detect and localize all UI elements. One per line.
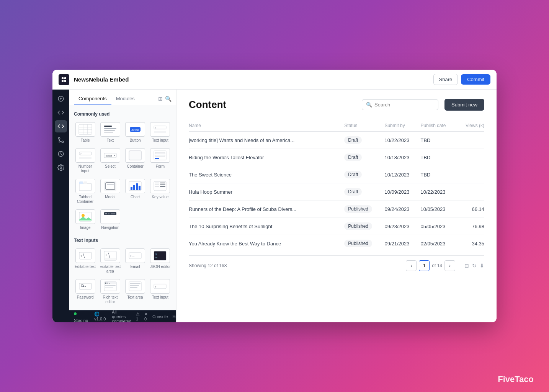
search-input[interactable] [374, 102, 434, 108]
component-textarea[interactable]: Text area [124, 278, 147, 306]
tab-components[interactable]: Components [74, 93, 111, 105]
rail-item-git[interactable] [55, 134, 67, 146]
version-label: 🌐 v1.0.0 [94, 312, 106, 321]
cell-name: Hula Hoop Summer [189, 183, 344, 201]
svg-rect-47 [139, 186, 141, 190]
panel-layout-icon[interactable]: ⊞ [158, 96, 163, 102]
component-chart-label: Chart [131, 195, 140, 199]
component-navigation[interactable]: Navigation [99, 208, 121, 232]
cell-views [457, 183, 484, 201]
table-row[interactable]: Riding the World's Tallest ElevatorDraft… [189, 149, 484, 166]
col-submit-by: Submit by [384, 120, 420, 132]
pagination-info: Showing 12 of 168 [189, 263, 403, 268]
rail-item-history[interactable] [55, 148, 67, 160]
cell-submit-by: 10/22/2023 [384, 132, 420, 149]
component-tabbedcontainer[interactable]: Tabbed Container [74, 177, 96, 206]
table-row[interactable]: You Already Know the Best Way to DancePu… [189, 235, 484, 252]
svg-rect-85 [129, 282, 141, 291]
svg-point-59 [105, 213, 107, 214]
svg-rect-53 [155, 186, 159, 187]
panel-scroll: Commonly used Table Text [69, 105, 176, 310]
component-container[interactable]: Container [124, 147, 147, 175]
rail-item-settings[interactable] [55, 162, 67, 174]
component-keyvalue-thumb [150, 179, 170, 193]
component-keyvalue[interactable]: Key value [149, 177, 172, 206]
refresh-icon[interactable]: ↻ [472, 263, 477, 269]
table-row[interactable]: Runners of the Deep: A Profile of Scuba … [189, 201, 484, 218]
tab-modules[interactable]: Modules [111, 93, 139, 105]
component-jsoneditor[interactable]: {}key: JSON editor [149, 247, 172, 275]
component-editabletext[interactable]: T Editable text [74, 247, 96, 275]
prev-page-button[interactable]: ‹ [406, 260, 417, 271]
table-header: Name Status Submit by Publish date Views… [189, 120, 484, 132]
svg-text:Select: Select [106, 155, 112, 157]
component-text-thumb [100, 122, 120, 137]
component-button-label: Button [130, 138, 141, 143]
panel-search-icon[interactable]: 🔍 [165, 96, 172, 102]
svg-rect-3 [64, 80, 66, 82]
svg-text:≡: ≡ [109, 283, 110, 284]
table-row[interactable]: The 10 Surprising Benefits of SunlightPu… [189, 218, 484, 235]
svg-rect-76 [83, 286, 84, 287]
download-icon[interactable]: ⬇ [480, 263, 484, 269]
component-select[interactable]: Select Select [99, 147, 121, 175]
filter-icon[interactable]: ⊟ [464, 263, 469, 269]
share-button[interactable]: Share [433, 74, 458, 85]
component-numberinput[interactable]: # — Number input [74, 147, 96, 175]
content-header: Content 🔍 Submit new [189, 99, 484, 111]
component-text[interactable]: Text [99, 121, 121, 144]
svg-rect-2 [62, 80, 64, 82]
cell-submit-by: 10/18/2023 [384, 149, 420, 166]
left-panel: Components Modules ⊞ 🔍 Commonly used Tab… [69, 90, 176, 322]
icon-rail [52, 90, 69, 322]
table-row[interactable]: Hula Hoop SummerDraft10/09/202310/22/202… [189, 183, 484, 201]
component-textinputsm[interactable]: T — Text input [149, 278, 172, 306]
component-form[interactable]: Form [149, 147, 172, 175]
component-form-label: Form [156, 164, 165, 169]
svg-rect-36 [155, 158, 159, 159]
component-password-thumb: •• [75, 279, 95, 294]
rail-item-code[interactable] [55, 120, 67, 132]
table-row[interactable]: The Sweet ScienceDraft10/12/2023TBD [189, 166, 484, 183]
component-modal[interactable]: Modal [99, 177, 121, 206]
svg-rect-88 [130, 287, 137, 288]
component-textinput-label: Text input [152, 138, 168, 143]
commit-button[interactable]: Commit [461, 74, 490, 85]
search-box: 🔍 [362, 99, 438, 110]
component-textinputsm-thumb: T — [150, 279, 170, 294]
component-richtexteditor[interactable]: BI≡ Rich text editor [99, 278, 121, 306]
search-icon: 🔍 [366, 102, 372, 108]
component-email[interactable]: ≡ — Email [124, 247, 147, 275]
component-table[interactable]: Table [74, 121, 96, 144]
component-editabletextarea[interactable]: T Editable text area [99, 247, 121, 275]
component-form-thumb [150, 148, 170, 163]
cell-publish-date: 10/05/2023 [420, 201, 457, 218]
submit-new-button[interactable]: Submit new [444, 99, 484, 111]
svg-rect-61 [111, 213, 115, 214]
rail-item-add[interactable] [55, 93, 67, 105]
component-image-label: Image [80, 225, 91, 230]
component-textinput[interactable]: T — Text input [149, 121, 172, 144]
section-text-inputs: Text inputs [74, 238, 172, 243]
svg-text:{}: {} [155, 253, 157, 255]
component-button[interactable]: Action Button [124, 121, 147, 144]
current-page[interactable]: 1 [419, 260, 430, 271]
console-link[interactable]: Console [152, 314, 168, 319]
cell-name: Riding the World's Tallest Elevator [189, 149, 344, 166]
svg-text:T —: T — [155, 286, 159, 288]
component-image[interactable]: Image [74, 208, 96, 232]
next-page-button[interactable]: › [444, 260, 455, 271]
component-password[interactable]: •• Password [74, 278, 96, 306]
table-row[interactable]: [working title] Wants and Needs of an Am… [189, 132, 484, 149]
pagination-bar: Showing 12 of 168 ‹ 1 of 14 › ⊟ ↻ ⬇ [189, 255, 484, 273]
svg-point-8 [58, 137, 60, 139]
error-indicator: ✕ 0 [144, 312, 148, 321]
cell-submit-by: 09/23/2023 [384, 218, 420, 235]
svg-rect-20 [104, 132, 113, 132]
rail-item-inspect[interactable] [55, 106, 67, 119]
cell-publish-date: TBD [420, 149, 457, 166]
component-chart[interactable]: Chart [124, 177, 147, 206]
cell-status: Published [344, 235, 384, 252]
cell-status: Published [344, 201, 384, 218]
help-link[interactable]: Help [172, 314, 176, 319]
